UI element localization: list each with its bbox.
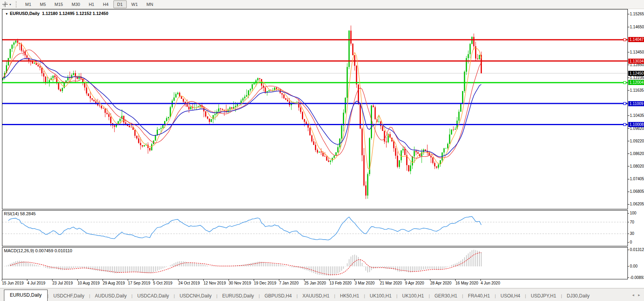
macd-panel[interactable] (2, 247, 628, 279)
crosshair-icon (2, 2, 8, 7)
collapse-icon[interactable]: ▼ (5, 12, 8, 16)
chart-tab-hk50-h1[interactable]: HK50,H1 (335, 291, 364, 301)
timeframe-buttons: M1M5M15M30H1H4D1W1MN (21, 0, 157, 9)
tabs-scroll: ◂ ▸ (628, 288, 644, 301)
rsi-panel[interactable] (2, 210, 628, 246)
timeframe-m30[interactable]: M30 (68, 0, 84, 8)
tabs-scroll-left-icon[interactable]: ◂ (632, 293, 634, 297)
timeframe-mn[interactable]: MN (142, 0, 157, 8)
dropdown-caret-icon: ▾ (9, 3, 11, 6)
chart-ohlc-values: 1.12180 1.12495 1.12152 1.12450 (42, 11, 108, 16)
timeframe-h1[interactable]: H1 (85, 0, 98, 8)
chart-title[interactable]: ▼EURUSD,Daily 1.12180 1.12495 1.12152 1.… (5, 11, 108, 16)
chart-tab-usdjpy-h1[interactable]: USDJPY,H1 (526, 291, 561, 301)
chart-tab-usdchf-daily[interactable]: USDCHF,Daily (49, 291, 89, 301)
chart-tab-uk100-h1[interactable]: UK100,H1 (398, 291, 429, 301)
tabs-scroll-right-icon[interactable]: ▸ (638, 293, 640, 297)
main-chart-panel[interactable] (2, 9, 628, 209)
chart-tab-dj30-daily[interactable]: DJ30,Daily (562, 291, 594, 301)
chart-tab-uk100-h1[interactable]: UK100,H1 (365, 291, 396, 301)
chart-tab-audusd-daily[interactable]: AUDUSD,Daily (90, 291, 131, 301)
timeframe-m1[interactable]: M1 (21, 0, 35, 8)
chart-tab-eurusd-daily[interactable]: EURUSD,Daily (4, 290, 48, 301)
chart-tab-bar: EURUSD,Daily|USDCHF,Daily|AUDUSD,Daily|U… (0, 288, 644, 301)
chart-symbol: EURUSD,Daily (10, 11, 40, 16)
timeframe-w1[interactable]: W1 (128, 0, 142, 8)
timeframe-h4[interactable]: H4 (99, 0, 112, 8)
chart-tab-gbpusd-h4[interactable]: GBPUSD,H4 (260, 291, 296, 301)
tabs: EURUSD,Daily|USDCHF,Daily|AUDUSD,Daily|U… (0, 288, 628, 301)
mt4-window: ▾ M1M5M15M30H1H4D1W1MN ▼EURUSD,Daily 1.1… (0, 0, 644, 301)
chart-tab-fra40-h1[interactable]: FRA40,H1 (463, 291, 495, 301)
price-axis[interactable] (628, 9, 644, 279)
time-axis[interactable] (2, 279, 628, 287)
chart-tool-button[interactable]: ▾ (0, 0, 13, 8)
timeframe-m15[interactable]: M15 (51, 0, 67, 8)
timeframe-m5[interactable]: M5 (36, 0, 50, 8)
chart-tab-xauusd-h1[interactable]: XAUUSD,H1 (298, 291, 334, 301)
chart-tab-eurusd-daily[interactable]: EURUSD,Daily (217, 291, 259, 301)
chart-tab-usoil-h4[interactable]: USOil,H4 (496, 291, 525, 301)
toolbar-grip (16, 1, 19, 7)
timeframe-d1[interactable]: D1 (113, 0, 127, 8)
chart-tab-ger30-h1[interactable]: GER30,H1 (430, 291, 462, 301)
toolbar: ▾ M1M5M15M30H1H4D1W1MN (0, 0, 644, 9)
chart-tab-usdcad-daily[interactable]: USDCAD,Daily (133, 291, 174, 301)
chart-tab-usdcnh-daily[interactable]: USDCNH,Daily (175, 291, 216, 301)
